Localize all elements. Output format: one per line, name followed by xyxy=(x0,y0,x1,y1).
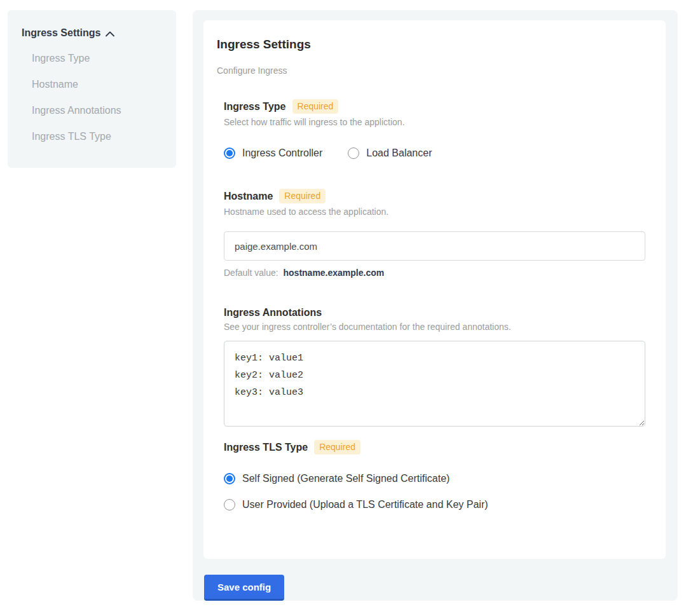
radio-user-provided[interactable]: User Provided (Upload a TLS Certificate … xyxy=(224,498,645,510)
ingress-annotations-label: Ingress Annotations xyxy=(224,306,322,318)
sidebar-item-ingress-tls-type[interactable]: Ingress TLS Type xyxy=(32,131,165,142)
section-hostname: Hostname Required Hostname used to acces… xyxy=(224,189,645,278)
ingress-type-radio-group: Ingress Controller Load Balancer xyxy=(224,147,645,159)
radio-self-signed[interactable]: Self Signed (Generate Self Signed Certif… xyxy=(224,472,645,484)
hostname-default-line: Default value: hostname.example.com xyxy=(224,268,645,278)
sidebar-item-list: Ingress Type Hostname Ingress Annotation… xyxy=(22,53,165,142)
config-nav-sidebar: Ingress Settings Ingress Type Hostname I… xyxy=(8,10,176,168)
radio-ingress-controller[interactable]: Ingress Controller xyxy=(224,147,322,159)
ingress-tls-radio-group: Self Signed (Generate Self Signed Certif… xyxy=(224,472,645,510)
sidebar-group-label: Ingress Settings xyxy=(22,27,100,39)
section-ingress-type: Ingress Type Required Select how traffic… xyxy=(224,99,645,159)
sidebar-item-hostname[interactable]: Hostname xyxy=(32,79,165,90)
page-title: Ingress Settings xyxy=(217,38,645,51)
radio-circle-icon xyxy=(224,473,235,484)
config-card: Ingress Settings Configure Ingress Ingre… xyxy=(203,20,666,559)
hostname-input[interactable] xyxy=(224,231,645,261)
page: Ingress Settings Ingress Type Hostname I… xyxy=(0,0,693,616)
ingress-type-help: Select how traffic will ingress to the a… xyxy=(224,117,645,127)
default-value-prefix: Default value: xyxy=(224,268,278,278)
hostname-label-row: Hostname Required xyxy=(224,189,645,203)
ingress-annotations-help: See your ingress controller’s documentat… xyxy=(224,322,645,332)
required-badge: Required xyxy=(292,99,339,114)
required-badge: Required xyxy=(279,189,326,203)
sidebar-item-ingress-annotations[interactable]: Ingress Annotations xyxy=(32,105,165,116)
section-ingress-annotations: Ingress Annotations See your ingress con… xyxy=(224,306,645,427)
save-config-button[interactable]: Save config xyxy=(204,575,284,601)
radio-label: User Provided (Upload a TLS Certificate … xyxy=(242,498,488,510)
ingress-annotations-label-row: Ingress Annotations xyxy=(224,306,645,318)
ingress-tls-type-label: Ingress TLS Type xyxy=(224,441,308,453)
chevron-up-icon xyxy=(106,31,114,37)
ingress-annotations-textarea[interactable]: key1: value1 key2: value2 key3: value3 xyxy=(224,341,645,427)
radio-label: Self Signed (Generate Self Signed Certif… xyxy=(242,472,449,484)
section-ingress-tls-type: Ingress TLS Type Required Self Signed (G… xyxy=(224,440,645,510)
radio-label: Load Balancer xyxy=(366,147,432,159)
ingress-tls-type-label-row: Ingress TLS Type Required xyxy=(224,440,645,455)
radio-circle-icon xyxy=(348,147,359,159)
sidebar-group-ingress-settings[interactable]: Ingress Settings xyxy=(22,27,165,39)
page-subtitle: Configure Ingress xyxy=(217,65,645,76)
config-panel: Ingress Settings Configure Ingress Ingre… xyxy=(193,10,678,601)
radio-circle-icon xyxy=(224,499,235,510)
radio-label: Ingress Controller xyxy=(242,147,322,159)
radio-circle-icon xyxy=(224,147,235,159)
default-value-text: hostname.example.com xyxy=(284,268,385,278)
hostname-help: Hostname used to access the application. xyxy=(224,207,645,217)
ingress-type-label: Ingress Type xyxy=(224,100,286,113)
radio-load-balancer[interactable]: Load Balancer xyxy=(348,147,432,159)
ingress-type-label-row: Ingress Type Required xyxy=(224,99,645,114)
hostname-label: Hostname xyxy=(224,190,273,202)
sidebar-item-ingress-type[interactable]: Ingress Type xyxy=(32,53,165,64)
required-badge: Required xyxy=(314,440,360,455)
